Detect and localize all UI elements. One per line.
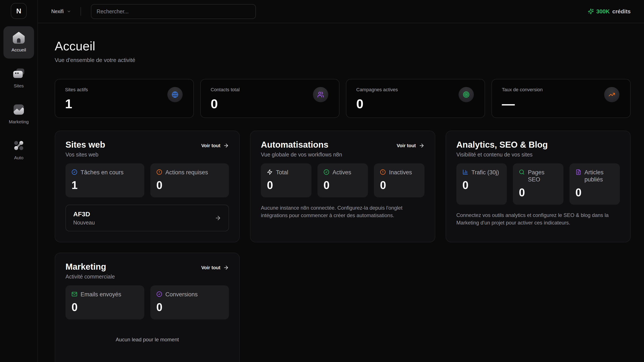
stat-icon-bubble	[313, 87, 328, 102]
sidebar-item-accueil[interactable]: Accueil	[4, 26, 34, 58]
marketing-icon	[11, 102, 26, 117]
view-all-button[interactable]: Voir tout	[202, 143, 229, 148]
trending-up-icon	[608, 91, 615, 98]
sidebar: N Accueil	[0, 0, 38, 362]
stat-icon-bubble	[458, 87, 474, 102]
view-all-button[interactable]: Voir tout	[202, 265, 229, 271]
sidebar-item-sites[interactable]: Sites	[4, 62, 34, 94]
sidebar-item-marketing[interactable]: Marketing	[4, 98, 34, 130]
panel-head: Sites web Vos sites web Voir tout	[66, 139, 229, 158]
credits-label: crédits	[612, 8, 631, 15]
tile-grid: Tâches en cours 1 Actions requises 0	[66, 163, 229, 198]
page-title: Accueil	[55, 38, 631, 54]
search-icon	[519, 169, 525, 175]
arrow-right-icon	[419, 143, 424, 148]
panel-head: Automatisations Vue globale de vos workf…	[261, 139, 424, 158]
sidebar-item-label: Auto	[14, 155, 23, 160]
panel-title: Automatisations	[261, 139, 342, 150]
tile-value: 0	[462, 179, 501, 192]
sidebar-nav: Accueil Sites	[4, 26, 34, 170]
users-icon	[317, 91, 324, 98]
stat-label: Taux de conversion	[502, 87, 620, 93]
workspace-name: Nexifi	[51, 8, 64, 14]
empty-state-message: Aucune instance n8n connectée. Configure…	[261, 204, 416, 219]
stat-icon-bubble	[167, 87, 183, 102]
tile-label: Emails envoyés	[80, 291, 121, 298]
tile-label: Actions requises	[166, 169, 208, 176]
topbar: Nexifi 300K crédits	[38, 0, 644, 23]
globe-icon	[172, 91, 178, 98]
site-list-item-af3d[interactable]: AF3D Nouveau	[66, 205, 229, 231]
tile-value: 0	[72, 301, 138, 314]
topbar-separator	[80, 7, 81, 16]
mail-icon	[72, 291, 77, 297]
tile-label: Inactives	[389, 169, 412, 176]
stat-icon-bubble	[604, 87, 620, 102]
tile-emails-envoyes: Emails envoyés 0	[66, 285, 144, 320]
tile-value: 0	[380, 179, 418, 192]
sparkles-icon	[588, 8, 594, 14]
panel-marketing: Marketing Activité commerciale Voir tout	[55, 253, 240, 362]
stat-value: —	[502, 96, 620, 111]
page-subtitle: Vue d'ensemble de votre activité	[55, 57, 631, 64]
panel-subtitle: Visibilité et contenu de vos sites	[456, 151, 548, 158]
arrow-right-icon	[223, 265, 229, 271]
tile-pages-seo: Pages SEO 0	[513, 163, 563, 205]
tile-value: 0	[519, 186, 557, 199]
stat-cards-row: Sites actifs 1 Contacts total 0	[55, 79, 631, 118]
tile-grid: Emails envoyés 0 Conversions 0	[66, 285, 229, 320]
panels-grid: Sites web Vos sites web Voir tout T	[55, 131, 631, 362]
chevron-down-icon	[67, 9, 71, 13]
panel-analytics-seo-blog: Analytics, SEO & Blog Visibilité et cont…	[446, 131, 631, 242]
brand-logo: N	[11, 3, 27, 19]
panel-subtitle: Activité commerciale	[66, 273, 115, 280]
home-icon	[11, 30, 26, 45]
empty-state-message: Connectez vos outils analytics et config…	[456, 212, 612, 227]
credits-value: 300K	[596, 8, 610, 15]
empty-state-message: Aucun lead pour le moment	[66, 337, 229, 343]
panel-head: Marketing Activité commerciale Voir tout	[66, 261, 229, 280]
stat-value: 1	[65, 96, 184, 111]
sidebar-item-auto[interactable]: Auto	[4, 134, 34, 166]
alert-circle-icon	[380, 169, 386, 175]
brand-logo-letter: N	[16, 7, 21, 15]
tile-actives: Actives 0	[318, 163, 368, 198]
tile-grid: Total 0 Actives 0	[261, 163, 424, 198]
panel-title: Analytics, SEO & Blog	[456, 139, 548, 150]
stat-card-sites-actifs: Sites actifs 1	[55, 79, 194, 118]
panel-subtitle: Vue globale de vos workflows n8n	[261, 151, 342, 158]
file-text-icon	[576, 169, 581, 175]
stat-value: 0	[211, 96, 329, 111]
stat-card-taux-conversion: Taux de conversion —	[492, 79, 631, 118]
arrow-right-icon	[223, 143, 229, 148]
main-content: Accueil Vue d'ensemble de votre activité…	[38, 23, 644, 362]
tile-actions-requises: Actions requises 0	[150, 163, 229, 198]
app-root: N Accueil	[0, 0, 644, 362]
tile-taches-en-cours: Tâches en cours 1	[66, 163, 144, 198]
search-input[interactable]	[91, 4, 256, 19]
content-column: Nexifi 300K crédits Accueil Vue d'ensemb…	[38, 0, 644, 362]
site-status: Nouveau	[73, 219, 95, 226]
zap-icon	[267, 169, 273, 175]
stat-card-contacts-total: Contacts total 0	[200, 79, 340, 118]
auto-icon	[11, 138, 26, 153]
view-all-button[interactable]: Voir tout	[397, 143, 424, 148]
stat-label: Campagnes actives	[356, 87, 475, 93]
check-circle-icon	[156, 291, 162, 297]
tile-value: 0	[156, 179, 223, 192]
sidebar-item-label: Marketing	[9, 119, 29, 124]
stat-value: 0	[356, 96, 475, 111]
credits-badge[interactable]: 300K crédits	[588, 8, 631, 15]
tile-label: Pages SEO	[528, 169, 557, 184]
panel-subtitle: Vos sites web	[66, 151, 105, 158]
tile-label: Trafic (30j)	[472, 169, 499, 176]
workspace-dropdown[interactable]: Nexifi	[51, 8, 71, 14]
stat-label: Contacts total	[211, 87, 329, 93]
tile-grid: Trafic (30j) 0 Pages SEO 0	[456, 163, 620, 205]
tile-inactives: Inactives 0	[374, 163, 424, 198]
sites-icon	[11, 66, 26, 81]
panel-head: Analytics, SEO & Blog Visibilité et cont…	[456, 139, 620, 158]
alert-circle-icon	[156, 169, 162, 175]
panel-title: Sites web	[66, 139, 105, 150]
tile-value: 0	[324, 179, 362, 192]
